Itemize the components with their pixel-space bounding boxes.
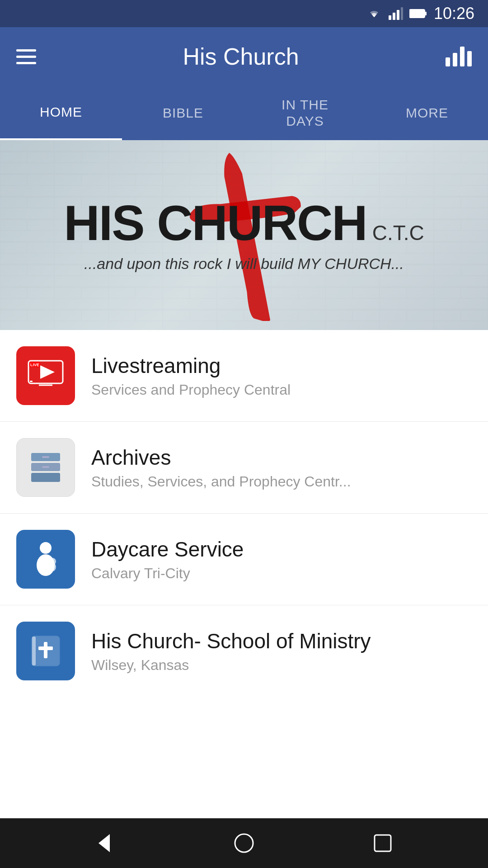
- school-icon: [16, 622, 75, 680]
- status-time: 10:26: [434, 4, 474, 23]
- status-icons: 10:26: [366, 4, 474, 23]
- svg-rect-2: [397, 10, 399, 20]
- svg-rect-32: [375, 835, 391, 851]
- livestream-icon: LIVE: [16, 346, 75, 405]
- battery-icon: [409, 9, 427, 19]
- svg-marker-30: [99, 834, 110, 852]
- menu-button[interactable]: [16, 49, 36, 64]
- app-title: His Church: [183, 43, 299, 70]
- tab-bible[interactable]: BIBLE: [122, 86, 244, 140]
- daycare-icon: [16, 530, 75, 589]
- svg-point-25: [49, 562, 56, 571]
- back-button[interactable]: [89, 827, 121, 859]
- tab-bar: HOME BIBLE IN THEDAYS MORE: [0, 86, 488, 140]
- svg-rect-14: [30, 381, 33, 382]
- school-subtitle: Wilsey, Kansas: [91, 657, 472, 674]
- archives-title: Archives: [91, 445, 472, 470]
- archives-subtitle: Studies, Services, and Prophecy Centr...: [91, 473, 472, 490]
- app-header: His Church: [0, 27, 488, 86]
- svg-rect-27: [32, 637, 36, 665]
- wifi-icon: [366, 7, 382, 20]
- svg-rect-5: [425, 12, 427, 15]
- home-button[interactable]: [228, 827, 260, 859]
- svg-point-31: [235, 834, 253, 852]
- tab-home[interactable]: HOME: [0, 86, 122, 140]
- list-item-daycare[interactable]: Daycare Service Calvary Tri-City: [0, 514, 488, 605]
- svg-rect-1: [393, 13, 395, 20]
- daycare-subtitle: Calvary Tri-City: [91, 565, 472, 582]
- svg-rect-29: [38, 646, 53, 650]
- svg-rect-4: [409, 9, 425, 18]
- banner-subtitle: ...and upon this rock I will build MY CH…: [18, 255, 470, 273]
- svg-rect-21: [42, 466, 49, 468]
- banner-content: HIS CHURCH C.T.C ...and upon this rock I…: [0, 198, 488, 273]
- livestream-text: Livestreaming Services and Prophecy Cent…: [91, 354, 472, 398]
- svg-text:LIVE: LIVE: [30, 363, 39, 367]
- livestream-subtitle: Services and Prophecy Central: [91, 382, 472, 398]
- svg-marker-12: [40, 365, 55, 379]
- banner-title: HIS CHURCH: [64, 198, 367, 248]
- svg-rect-20: [42, 456, 49, 458]
- recents-button[interactable]: [367, 827, 399, 859]
- status-bar: 10:26: [0, 0, 488, 27]
- livestream-title: Livestreaming: [91, 354, 472, 378]
- banner-ctc: C.T.C: [372, 221, 424, 245]
- svg-point-22: [40, 542, 52, 554]
- archives-text: Archives Studies, Services, and Prophecy…: [91, 445, 472, 490]
- school-text: His Church- School of Ministry Wilsey, K…: [91, 629, 472, 674]
- list-item-archives[interactable]: Archives Studies, Services, and Prophecy…: [0, 422, 488, 514]
- signal-icon: [389, 7, 403, 20]
- stats-button[interactable]: [446, 47, 472, 66]
- list-item-livestreaming[interactable]: LIVE Livestreaming Services and Prophecy…: [0, 330, 488, 422]
- svg-rect-3: [401, 7, 403, 20]
- list-item-school[interactable]: His Church- School of Ministry Wilsey, K…: [0, 605, 488, 697]
- main-list: LIVE Livestreaming Services and Prophecy…: [0, 330, 488, 818]
- svg-rect-0: [389, 15, 391, 20]
- svg-rect-19: [31, 473, 60, 482]
- tab-more[interactable]: MORE: [366, 86, 488, 140]
- hero-banner: HIS CHURCH C.T.C ...and upon this rock I…: [0, 140, 488, 330]
- school-title: His Church- School of Ministry: [91, 629, 472, 653]
- daycare-title: Daycare Service: [91, 537, 472, 561]
- daycare-text: Daycare Service Calvary Tri-City: [91, 537, 472, 582]
- tab-in-the-days[interactable]: IN THEDAYS: [244, 86, 366, 140]
- archive-icon: [16, 438, 75, 497]
- bottom-nav-bar: [0, 818, 488, 868]
